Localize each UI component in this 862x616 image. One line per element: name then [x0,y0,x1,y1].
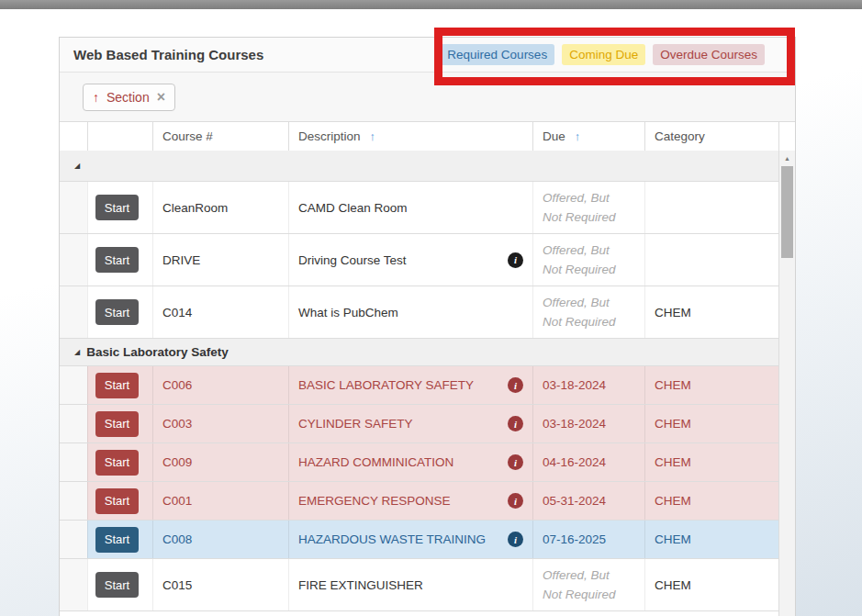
due-cell: 05-31-2024 [532,482,644,520]
due-cell: 07-16-2025 [532,521,644,558]
group-indicator-cell [60,521,87,558]
course-description-text: CYLINDER SAFETY [298,417,413,431]
scrollbar-up-arrow-icon[interactable]: ▲ [779,151,795,166]
course-description-cell: FIRE EXTINGUISHER [288,559,532,610]
category-cell [644,234,778,286]
page-title: Web Based Training Courses [60,47,263,62]
status-legend: Required Courses Coming Due Overdue Cour… [440,44,765,65]
course-row: StartC009HAZARD COMMINICATIONi04-16-2024… [60,443,778,482]
not-required-text: Offered, But Not Required [543,293,644,331]
due-cell: 04-16-2024 [532,443,644,481]
due-cell: 03-18-2024 [532,405,644,442]
category-cell: CHEM [644,482,778,520]
due-cell: Offered, But Not Required [532,559,644,610]
course-number-cell: C008 [152,521,288,558]
group-indicator-cell [60,366,87,404]
group-chip-label: Section [106,90,150,105]
start-course-button[interactable]: Start [95,195,139,220]
group-indicator-cell [60,559,87,610]
browser-top-bar [0,0,862,9]
info-icon[interactable]: i [508,493,523,509]
category-cell: CHEM [644,366,778,404]
course-description-cell: CAMD Clean Room [288,182,532,233]
header-description[interactable]: Description↑ [288,122,532,151]
course-row: StartC014What is PubChemOffered, But Not… [60,286,778,339]
course-description-text: What is PubChem [298,306,398,319]
group-by-section-chip[interactable]: ↑ Section × [83,84,175,111]
group-indicator-cell [60,234,87,286]
start-course-button[interactable]: Start [95,411,139,437]
header-course-number[interactable]: Course # [152,122,288,151]
course-number-cell: DRIVE [152,234,288,286]
training-courses-panel: Web Based Training Courses Required Cour… [59,37,796,616]
legend-overdue-courses: Overdue Courses [653,44,765,65]
vertical-scrollbar[interactable]: ▲ [778,151,795,616]
header-group-indicator [60,122,87,151]
sort-ascending-icon[interactable]: ↑ [93,90,99,105]
start-course-button[interactable]: Start [95,247,139,273]
course-description-text: Driving Course Test [298,253,407,267]
course-description-cell: HAZARD COMMINICATIONi [288,443,532,481]
start-course-button[interactable]: Start [95,373,139,398]
remove-group-icon[interactable]: × [157,90,165,105]
info-icon[interactable]: i [508,377,523,393]
info-icon[interactable]: i [508,416,523,431]
start-course-button[interactable]: Start [95,527,139,553]
course-number-cell: CleanRoom [152,182,288,233]
category-cell: CHEM [644,521,778,558]
course-row: StartC003CYLINDER SAFETYi03-18-2024CHEM [60,405,778,443]
start-course-button[interactable]: Start [95,450,139,476]
action-cell: Start [87,482,152,520]
header-due[interactable]: Due↑ [532,122,644,151]
due-cell: 03-18-2024 [532,366,644,404]
scrollbar-thumb[interactable] [781,166,793,258]
group-header-row[interactable]: ◢ [60,151,778,182]
course-number-cell: C003 [152,405,288,442]
course-description-cell: BASIC LABORATORY SAFETYi [288,366,532,404]
course-number-cell: C001 [152,482,288,520]
course-number-cell: C014 [152,286,288,338]
not-required-text: Offered, But Not Required [543,188,644,227]
info-icon[interactable]: i [508,252,523,268]
course-description-text: HAZARD COMMINICATION [298,455,453,469]
action-cell: Start [87,521,152,558]
course-description-cell: HAZARDOUS WASTE TRAININGi [288,521,532,558]
group-collapse-icon[interactable]: ◢ [74,162,80,170]
action-cell: Start [87,286,152,338]
category-cell [644,182,778,233]
due-cell: Offered, But Not Required [532,182,644,233]
course-row: StartC008HAZARDOUS WASTE TRAININGi07-16-… [60,521,778,559]
course-number-cell: C006 [152,366,288,404]
panel-header: Web Based Training Courses Required Cour… [60,38,795,73]
course-row: StartCleanRoomCAMD Clean RoomOffered, Bu… [60,182,778,234]
not-required-text: Offered, But Not Required [543,241,644,279]
course-description-text: CAMD Clean Room [298,201,408,215]
category-cell: CHEM [644,286,778,338]
action-cell: Start [87,559,152,610]
category-cell: CHEM [644,443,778,481]
legend-required-courses: Required Courses [440,44,554,65]
info-icon[interactable]: i [508,532,523,547]
group-header-row[interactable]: ◢Basic Laboratory Safety [60,339,778,366]
grouping-toolbar: ↑ Section × [60,73,795,122]
start-course-button[interactable]: Start [95,488,139,514]
table-header-row: Course # Description↑ Due↑ Category [60,122,795,151]
course-description-text: HAZARDOUS WASTE TRAINING [298,532,486,546]
group-indicator-cell [60,482,87,520]
table-body: ◢StartCleanRoomCAMD Clean RoomOffered, B… [60,151,778,616]
course-row: StartC006BASIC LABORATORY SAFETYi03-18-2… [60,366,778,405]
legend-coming-due: Coming Due [562,44,645,65]
start-course-button[interactable]: Start [95,299,139,325]
due-cell: Offered, But Not Required [532,286,644,338]
course-description-text: BASIC LABORATORY SAFETY [298,378,474,392]
header-category[interactable]: Category [644,122,778,151]
group-indicator-cell [60,286,87,338]
info-icon[interactable]: i [508,454,523,470]
group-collapse-icon[interactable]: ◢ [74,349,80,356]
course-row: StartDRIVEDriving Course TestiOffered, B… [60,234,778,286]
start-course-button[interactable]: Start [95,572,139,598]
header-action [87,122,152,151]
group-label: Basic Laboratory Safety [86,345,229,359]
course-row: StartC015FIRE EXTINGUISHEROffered, But N… [60,559,778,611]
course-row: StartC001EMERGENCY RESPONSEi05-31-2024CH… [60,482,778,521]
